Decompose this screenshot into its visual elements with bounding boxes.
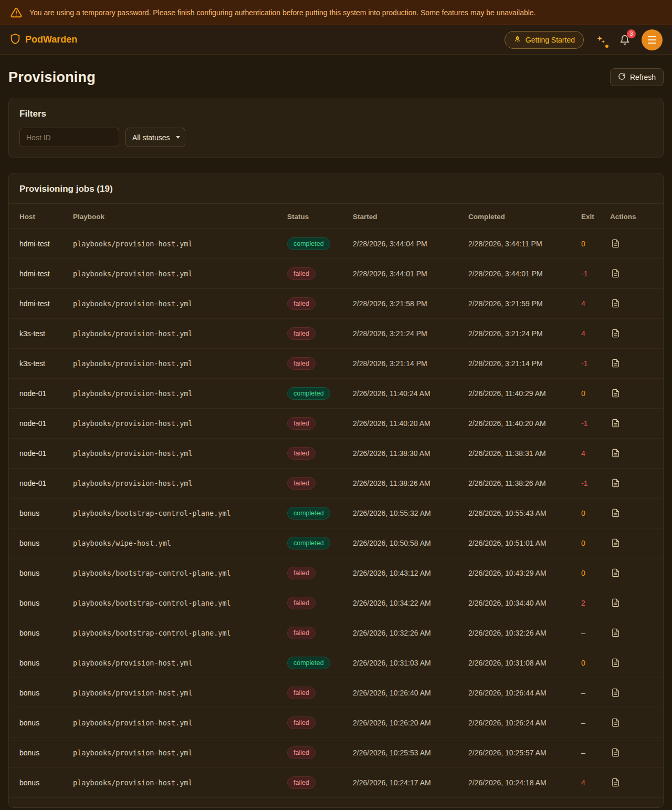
- rocket-icon: [513, 35, 521, 45]
- document-icon: [611, 448, 620, 458]
- cell-host: bonus: [9, 499, 73, 528]
- view-log-button[interactable]: [610, 537, 621, 549]
- cell-started: 2/28/2026, 3:21:14 PM: [353, 349, 468, 379]
- cell-exit: -1: [581, 349, 610, 379]
- cell-host: k3s-test: [9, 349, 73, 379]
- cell-exit: 4: [581, 289, 610, 319]
- cell-started: 2/28/2026, 3:21:58 PM: [353, 289, 468, 319]
- cell-host: bonus: [9, 588, 73, 618]
- document-icon: [611, 388, 620, 398]
- job-row: bonus playbooks/wipe-host.yml completed …: [9, 528, 663, 558]
- cell-playbook: playbooks/bootstrap-control-plane.yml: [73, 499, 287, 528]
- main-content: Provisioning Refresh Filters All statuse…: [0, 68, 672, 810]
- cell-playbook: playbooks/provision-host.yml: [73, 708, 287, 738]
- view-log-button[interactable]: [610, 297, 621, 309]
- brand-name: PodWarden: [25, 34, 77, 45]
- sparkles-icon-button[interactable]: [593, 33, 608, 47]
- job-row: node-01 playbooks/provision-host.yml fai…: [9, 409, 663, 439]
- cell-completed: 2/26/2026, 10:34:40 AM: [468, 588, 581, 618]
- cell-host: bonus: [9, 678, 73, 708]
- notification-count-badge: 3: [627, 29, 636, 38]
- document-icon: [611, 538, 620, 548]
- cell-exit: 0: [581, 558, 610, 588]
- cell-exit: -1: [581, 469, 610, 499]
- status-badge: failed: [287, 746, 316, 759]
- job-row: bonus playbooks/provision-host.yml faile…: [9, 738, 663, 768]
- cell-started: 2/26/2026, 11:38:26 AM: [353, 469, 468, 499]
- view-log-button[interactable]: [610, 387, 621, 399]
- cell-exit: –: [581, 708, 610, 738]
- cell-host: bonus: [9, 768, 73, 798]
- cell-playbook: playbooks/provision-host.yml: [73, 379, 287, 409]
- job-row: node-01 playbooks/provision-host.yml com…: [9, 379, 663, 409]
- jobs-table-body: hdmi-test playbooks/provision-host.yml c…: [9, 229, 663, 798]
- table-header-row: Host Playbook Status Started Completed E…: [9, 204, 663, 229]
- document-icon: [611, 358, 620, 368]
- view-log-button[interactable]: [610, 417, 621, 429]
- host-id-input[interactable]: [19, 128, 119, 147]
- view-log-button[interactable]: [610, 716, 621, 729]
- cell-completed: 2/26/2026, 10:55:43 AM: [468, 499, 581, 528]
- document-icon: [611, 747, 620, 757]
- cell-host: bonus: [9, 558, 73, 588]
- job-row: bonus playbooks/provision-host.yml compl…: [9, 648, 663, 678]
- status-badge: failed: [287, 327, 316, 340]
- view-log-button[interactable]: [610, 657, 621, 669]
- cell-playbook: playbooks/bootstrap-control-plane.yml: [73, 618, 287, 648]
- view-log-button[interactable]: [610, 327, 621, 339]
- cell-started: 2/26/2026, 11:38:30 AM: [353, 439, 468, 469]
- view-log-button[interactable]: [610, 477, 621, 489]
- job-row: hdmi-test playbooks/provision-host.yml f…: [9, 259, 663, 289]
- view-log-button[interactable]: [610, 687, 621, 699]
- cell-playbook: playbooks/bootstrap-control-plane.yml: [73, 558, 287, 588]
- refresh-label: Refresh: [630, 73, 656, 81]
- warning-triangle-icon: [10, 7, 22, 18]
- cell-completed: 2/28/2026, 3:21:59 PM: [468, 289, 581, 319]
- cell-exit: 4: [581, 768, 610, 798]
- col-host: Host: [9, 204, 73, 229]
- cell-playbook: playbooks/provision-host.yml: [73, 439, 287, 469]
- cell-playbook: playbooks/provision-host.yml: [73, 409, 287, 439]
- view-log-button[interactable]: [610, 567, 621, 579]
- view-log-button[interactable]: [610, 627, 621, 639]
- document-icon: [611, 568, 620, 578]
- cell-completed: 2/28/2026, 3:44:11 PM: [468, 229, 581, 259]
- cell-started: 2/26/2026, 11:40:20 AM: [353, 409, 468, 439]
- view-log-button[interactable]: [610, 237, 621, 250]
- status-filter-select[interactable]: All statuses: [125, 128, 185, 147]
- cell-playbook: playbooks/provision-host.yml: [73, 469, 287, 499]
- cell-started: 2/26/2026, 10:32:26 AM: [353, 618, 468, 648]
- brand[interactable]: PodWarden: [9, 33, 77, 47]
- status-badge: failed: [287, 687, 316, 699]
- temporary-password-banner: You are using a temporary password. Plea…: [0, 0, 672, 25]
- refresh-button[interactable]: Refresh: [610, 68, 664, 86]
- cell-completed: 2/26/2026, 10:24:18 AM: [468, 768, 581, 798]
- col-status: Status: [287, 204, 353, 229]
- view-log-button[interactable]: [610, 267, 621, 279]
- cell-started: 2/26/2026, 10:26:20 AM: [353, 708, 468, 738]
- cell-exit: 0: [581, 648, 610, 678]
- jobs-card-title: Provisioning jobs (19): [9, 173, 663, 204]
- cell-completed: 2/26/2026, 11:38:26 AM: [468, 469, 581, 499]
- status-badge: failed: [287, 567, 316, 579]
- cell-host: bonus: [9, 648, 73, 678]
- getting-started-button[interactable]: Getting Started: [505, 31, 584, 49]
- view-log-button[interactable]: [610, 776, 621, 788]
- cell-host: bonus: [9, 738, 73, 768]
- job-row: node-01 playbooks/provision-host.yml fai…: [9, 439, 663, 469]
- view-log-button[interactable]: [610, 597, 621, 609]
- hamburger-menu-button[interactable]: [642, 29, 663, 50]
- notifications-bell-button[interactable]: 3: [617, 33, 632, 47]
- cell-playbook: playbooks/provision-host.yml: [73, 648, 287, 678]
- job-row: bonus playbooks/provision-host.yml faile…: [9, 708, 663, 738]
- cell-playbook: playbooks/provision-host.yml: [73, 319, 287, 349]
- status-badge: failed: [287, 357, 316, 370]
- view-log-button[interactable]: [610, 746, 621, 759]
- cell-playbook: playbooks/provision-host.yml: [73, 259, 287, 289]
- document-icon: [611, 238, 620, 248]
- status-badge: completed: [287, 657, 330, 669]
- cell-host: node-01: [9, 379, 73, 409]
- view-log-button[interactable]: [610, 357, 621, 369]
- view-log-button[interactable]: [610, 507, 621, 519]
- view-log-button[interactable]: [610, 447, 621, 459]
